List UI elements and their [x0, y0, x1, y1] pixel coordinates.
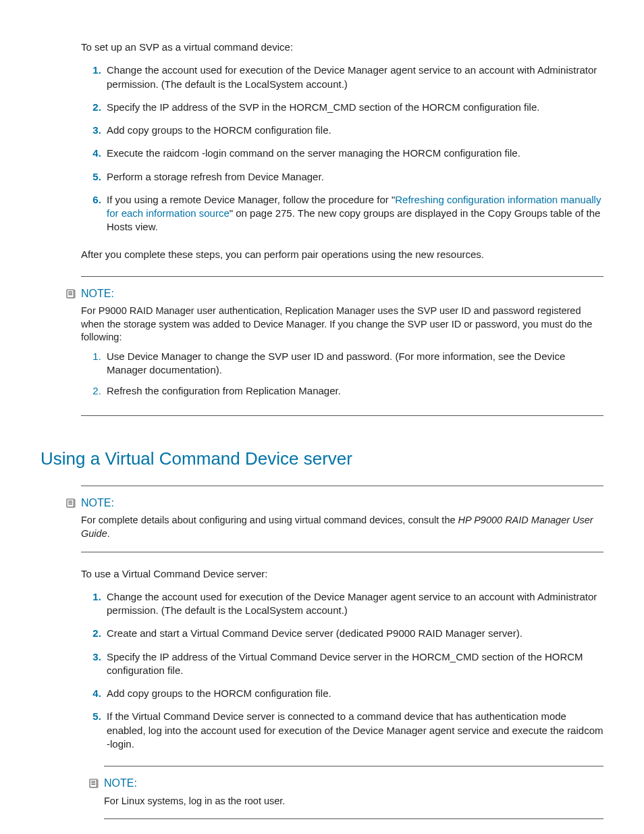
step-text: Specify the IP address of the Virtual Co…: [107, 651, 412, 662]
step-text: If the Virtual Command Device server is …: [107, 710, 567, 735]
setup-svp-steps: Change the account used for execution of…: [81, 63, 603, 234]
step-item: Change the account used for execution of…: [104, 590, 603, 618]
note-label: NOTE:: [81, 496, 114, 511]
vcd-steps: Change the account used for execution of…: [81, 590, 603, 751]
code-text: HORCM_CMD: [412, 651, 479, 662]
step-item: If you using a remote Device Manager, fo…: [104, 193, 603, 234]
svg-rect-0: [67, 290, 74, 298]
step-item: If the Virtual Command Device server is …: [104, 710, 603, 751]
svg-rect-8: [90, 779, 97, 787]
note-label: NOTE:: [104, 776, 137, 791]
step-item: Change the account used for execution of…: [104, 63, 603, 91]
code-text: raidcom -login: [163, 147, 226, 159]
step-item: Add copy groups to the HORCM configurati…: [104, 687, 603, 700]
step-item: Specify the IP address of the SVP in the…: [104, 101, 603, 114]
note-label: NOTE:: [81, 286, 114, 301]
step-item: Execute the raidcom -login command on th…: [104, 147, 603, 160]
step-text: If you using a remote Device Manager, fo…: [107, 194, 395, 205]
step-item: Create and start a Virtual Command Devic…: [104, 627, 603, 640]
step-item: Specify the IP address of the Virtual Co…: [104, 650, 603, 678]
note-block: NOTE: For P9000 RAID Manager user authen…: [81, 276, 603, 416]
note-text: .: [107, 528, 110, 539]
note-icon: [88, 777, 100, 789]
svg-rect-4: [67, 499, 74, 507]
note-icon: [65, 288, 77, 300]
substep-item: Use Device Manager to change the SVP use…: [104, 350, 603, 377]
intro-text: To set up an SVP as a virtual command de…: [81, 41, 603, 54]
step-text: Specify the IP address of the SVP in the: [107, 101, 289, 113]
note-block: NOTE: For Linux systems, log in as the r…: [104, 766, 603, 819]
note-body: For P9000 RAID Manager user authenticati…: [81, 305, 603, 344]
step-text: command on the server managing the HORCM…: [227, 147, 520, 159]
step-item: Perform a storage refresh from Device Ma…: [104, 170, 603, 184]
note-block: NOTE: For complete details about configu…: [81, 486, 603, 552]
note-substeps: Use Device Manager to change the SVP use…: [81, 350, 603, 398]
step-text: Execute the: [107, 147, 163, 159]
step-item: Add copy groups to the HORCM configurati…: [104, 124, 603, 137]
after-text: After you complete these steps, you can …: [81, 248, 603, 261]
note-body: For Linux systems, log in as the root us…: [104, 795, 603, 808]
substep-item: Refresh the configuration from Replicati…: [104, 384, 603, 398]
note-body: For complete details about configuring a…: [81, 514, 603, 540]
intro-text: To use a Virtual Command Device server:: [81, 567, 603, 581]
note-text: For complete details about configuring a…: [81, 515, 458, 525]
step-text: section of the HORCM configuration file.: [356, 101, 540, 113]
section-heading: Using a Virtual Command Device server: [41, 447, 603, 471]
code-text: HORCM_CMD: [289, 101, 356, 113]
note-icon: [65, 497, 77, 509]
step-text: .: [132, 738, 134, 750]
